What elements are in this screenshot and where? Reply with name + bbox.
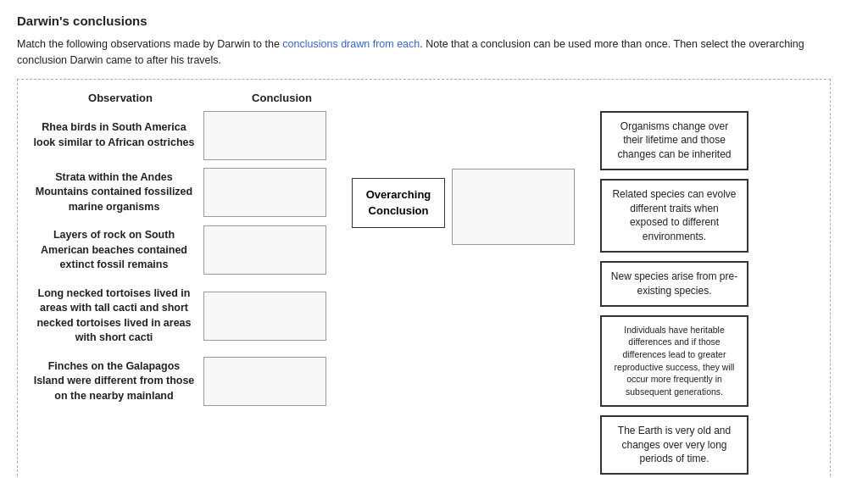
answer-option-5[interactable]: The Earth is very old and changes over v… [600,415,748,475]
observation-5: Finches on the Galapagos Island were dif… [31,356,197,408]
answer-options-section: Organisms change over their lifetime and… [600,111,748,475]
observation-3: Layers of rock on South American beaches… [31,225,197,276]
drop-box-4[interactable] [203,292,326,341]
answer-option-2[interactable]: Related species can evolve different tra… [600,179,748,253]
answer-option-4[interactable]: Individuals have heritable differences a… [600,315,748,407]
observation-1: Rhea birds in South America look similar… [31,117,197,153]
page-title: Darwin's conclusions [17,14,851,28]
answer-option-3[interactable]: New species arise from pre-existing spec… [600,261,748,307]
overarching-conclusion-button[interactable]: Overarching Conclusion [352,178,445,227]
instructions-text: Match the following observations made by… [17,38,282,50]
drop-box-1[interactable] [203,111,326,160]
col-header-observation: Observation [31,92,209,104]
obs-row-4: Long necked tortoises lived in areas wit… [31,283,326,349]
content-area: Rhea birds in South America look similar… [31,111,816,475]
drop-box-2[interactable] [203,168,326,217]
obs-row-1: Rhea birds in South America look similar… [31,111,326,160]
instructions-link: conclusions drawn from each [282,38,420,50]
obs-row-3: Layers of rock on South American beaches… [31,225,326,276]
overarching-section: Overarching Conclusion [352,162,575,245]
observation-4: Long necked tortoises lived in areas wit… [31,283,197,349]
main-content-box: Observation Conclusion Rhea birds in Sou… [17,79,831,479]
col-header-conclusion: Conclusion [216,92,348,104]
obs-row-2: Strata within the Andes Mountains contai… [31,167,326,219]
column-headers: Observation Conclusion [31,92,816,104]
drop-box-3[interactable] [203,225,326,275]
obs-row-5: Finches on the Galapagos Island were dif… [31,356,326,408]
drop-box-5[interactable] [203,357,326,406]
answer-option-1[interactable]: Organisms change over their lifetime and… [600,111,748,170]
overarching-drop-box[interactable] [452,169,575,245]
observation-2: Strata within the Andes Mountains contai… [31,167,197,219]
instructions: Match the following observations made by… [17,36,831,69]
observations-section: Rhea birds in South America look similar… [31,111,326,411]
